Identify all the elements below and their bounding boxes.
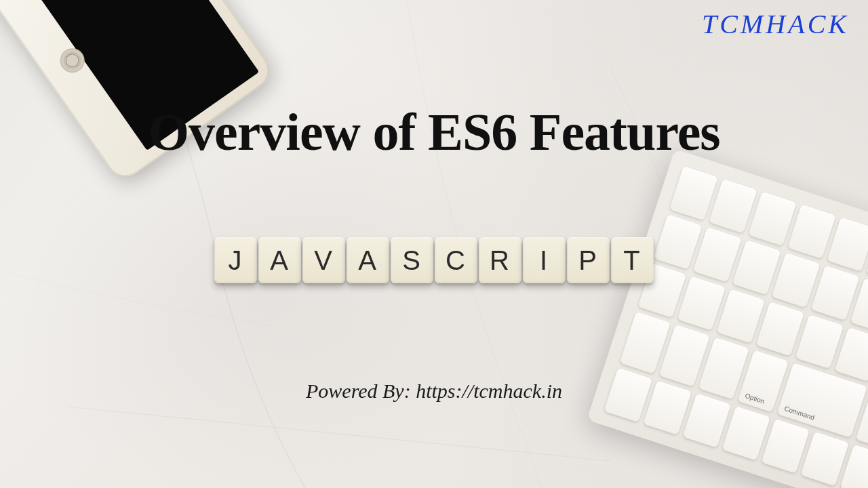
keyboard-key	[693, 228, 741, 282]
brand-logo: TCMHACK	[702, 8, 849, 40]
letter-tile: R	[479, 237, 521, 283]
letter-tile: A	[347, 237, 389, 283]
powered-by-text: Powered By: https://tcmhack.in	[0, 380, 868, 403]
keyboard-key	[756, 302, 804, 356]
letter-tile: V	[303, 237, 345, 283]
keyboard-key	[748, 192, 796, 246]
keyboard-key	[787, 205, 835, 259]
letter-tile: S	[391, 237, 433, 283]
keyboard-key	[717, 289, 765, 343]
letter-tile: I	[524, 237, 566, 283]
keyboard-key	[827, 217, 868, 271]
keyboard-key	[811, 266, 859, 320]
page-title: Overview of ES6 Features	[0, 102, 868, 163]
letter-tile: T	[612, 237, 654, 283]
keyboard-key	[801, 432, 849, 486]
letter-tile: P	[568, 237, 610, 283]
keyboard-key	[772, 253, 820, 307]
scrabble-tiles-row: J A V A S C R I P T	[215, 237, 654, 283]
letter-tile: C	[435, 237, 477, 283]
keyboard-key	[677, 276, 726, 330]
letter-tile: A	[259, 237, 301, 283]
keyboard-key	[669, 166, 717, 220]
keyboard-key	[709, 179, 757, 233]
keyboard-key	[732, 240, 781, 294]
keyboard-key	[722, 406, 770, 460]
keyboard-key	[654, 215, 702, 269]
keyboard-key	[795, 314, 844, 369]
keyboard-key	[762, 419, 810, 473]
letter-tile: J	[215, 237, 257, 283]
